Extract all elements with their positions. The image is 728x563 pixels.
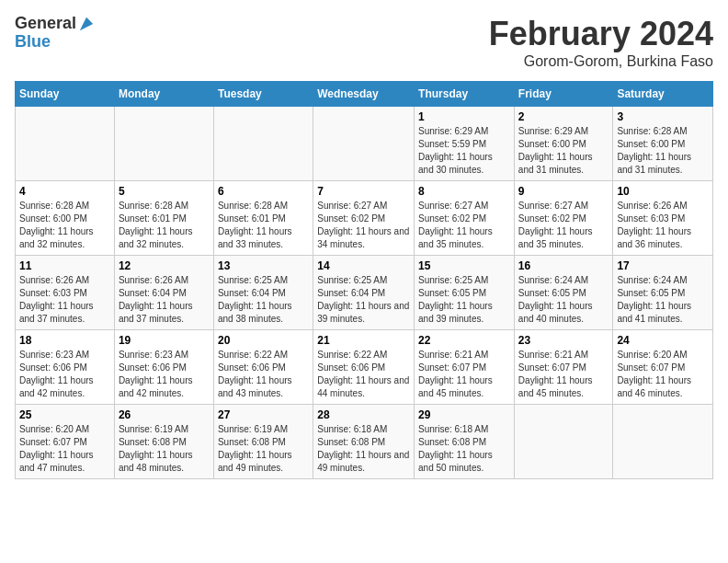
column-header-tuesday: Tuesday bbox=[213, 82, 313, 107]
day-detail: Sunrise: 6:28 AMSunset: 6:01 PMDaylight:… bbox=[218, 200, 309, 251]
title-block: February 2024 Gorom-Gorom, Burkina Faso bbox=[489, 15, 713, 70]
day-detail: Sunrise: 6:20 AMSunset: 6:07 PMDaylight:… bbox=[19, 423, 110, 475]
day-number: 19 bbox=[119, 334, 210, 347]
day-detail: Sunrise: 6:24 AMSunset: 6:05 PMDaylight:… bbox=[617, 274, 709, 326]
calendar-week-row: 25Sunrise: 6:20 AMSunset: 6:07 PMDayligh… bbox=[16, 405, 713, 479]
day-detail: Sunrise: 6:23 AMSunset: 6:06 PMDaylight:… bbox=[119, 349, 210, 400]
calendar-cell: 2Sunrise: 6:29 AMSunset: 6:00 PMDaylight… bbox=[514, 107, 613, 181]
day-number: 9 bbox=[518, 185, 609, 198]
day-number: 25 bbox=[19, 408, 110, 421]
day-detail: Sunrise: 6:26 AMSunset: 6:04 PMDaylight:… bbox=[119, 274, 210, 326]
calendar-cell: 18Sunrise: 6:23 AMSunset: 6:06 PMDayligh… bbox=[16, 330, 115, 405]
day-number: 11 bbox=[19, 259, 110, 272]
subtitle: Gorom-Gorom, Burkina Faso bbox=[489, 53, 713, 70]
day-detail: Sunrise: 6:25 AMSunset: 6:04 PMDaylight:… bbox=[218, 274, 309, 326]
day-detail: Sunrise: 6:27 AMSunset: 6:02 PMDaylight:… bbox=[418, 200, 510, 251]
column-header-wednesday: Wednesday bbox=[313, 82, 415, 107]
calendar-cell: 1Sunrise: 6:29 AMSunset: 5:59 PMDaylight… bbox=[415, 107, 515, 181]
calendar-cell: 4Sunrise: 6:28 AMSunset: 6:00 PMDaylight… bbox=[16, 181, 115, 256]
day-detail: Sunrise: 6:27 AMSunset: 6:02 PMDaylight:… bbox=[518, 200, 609, 251]
calendar-cell: 29Sunrise: 6:18 AMSunset: 6:08 PMDayligh… bbox=[415, 405, 515, 479]
calendar-cell: 22Sunrise: 6:21 AMSunset: 6:07 PMDayligh… bbox=[415, 330, 515, 405]
day-number: 15 bbox=[418, 259, 510, 272]
calendar-week-row: 4Sunrise: 6:28 AMSunset: 6:00 PMDaylight… bbox=[16, 181, 713, 256]
day-number: 29 bbox=[418, 408, 510, 421]
calendar-cell bbox=[213, 107, 313, 181]
day-number: 26 bbox=[119, 408, 210, 421]
calendar-cell: 15Sunrise: 6:25 AMSunset: 6:05 PMDayligh… bbox=[415, 256, 515, 330]
day-number: 12 bbox=[119, 259, 210, 272]
day-number: 23 bbox=[518, 334, 609, 347]
day-number: 28 bbox=[317, 408, 410, 421]
calendar-cell: 25Sunrise: 6:20 AMSunset: 6:07 PMDayligh… bbox=[16, 405, 115, 479]
day-detail: Sunrise: 6:18 AMSunset: 6:08 PMDaylight:… bbox=[418, 423, 510, 475]
day-number: 3 bbox=[617, 110, 709, 123]
calendar-cell: 20Sunrise: 6:22 AMSunset: 6:06 PMDayligh… bbox=[213, 330, 313, 405]
day-number: 21 bbox=[317, 334, 410, 347]
day-number: 4 bbox=[19, 185, 110, 198]
calendar-cell: 21Sunrise: 6:22 AMSunset: 6:06 PMDayligh… bbox=[313, 330, 415, 405]
column-header-monday: Monday bbox=[114, 82, 213, 107]
day-detail: Sunrise: 6:28 AMSunset: 6:00 PMDaylight:… bbox=[617, 125, 709, 177]
calendar-cell: 26Sunrise: 6:19 AMSunset: 6:08 PMDayligh… bbox=[114, 405, 213, 479]
calendar-cell: 8Sunrise: 6:27 AMSunset: 6:02 PMDaylight… bbox=[415, 181, 515, 256]
day-detail: Sunrise: 6:28 AMSunset: 6:01 PMDaylight:… bbox=[119, 200, 210, 251]
day-detail: Sunrise: 6:19 AMSunset: 6:08 PMDaylight:… bbox=[119, 423, 210, 475]
day-number: 14 bbox=[317, 259, 410, 272]
calendar-cell: 23Sunrise: 6:21 AMSunset: 6:07 PMDayligh… bbox=[514, 330, 613, 405]
logo-blue-text: Blue bbox=[15, 33, 95, 52]
logo-icon bbox=[78, 16, 95, 32]
day-number: 18 bbox=[19, 334, 110, 347]
main-title: February 2024 bbox=[489, 15, 713, 53]
calendar-week-row: 11Sunrise: 6:26 AMSunset: 6:03 PMDayligh… bbox=[16, 256, 713, 330]
day-detail: Sunrise: 6:21 AMSunset: 6:07 PMDaylight:… bbox=[418, 349, 510, 400]
day-number: 8 bbox=[418, 185, 510, 198]
day-number: 6 bbox=[218, 185, 309, 198]
day-number: 2 bbox=[518, 110, 609, 123]
calendar-cell: 13Sunrise: 6:25 AMSunset: 6:04 PMDayligh… bbox=[213, 256, 313, 330]
calendar-cell: 14Sunrise: 6:25 AMSunset: 6:04 PMDayligh… bbox=[313, 256, 415, 330]
day-detail: Sunrise: 6:29 AMSunset: 5:59 PMDaylight:… bbox=[418, 125, 510, 177]
calendar-cell: 9Sunrise: 6:27 AMSunset: 6:02 PMDaylight… bbox=[514, 181, 613, 256]
day-detail: Sunrise: 6:20 AMSunset: 6:07 PMDaylight:… bbox=[617, 349, 709, 400]
day-detail: Sunrise: 6:22 AMSunset: 6:06 PMDaylight:… bbox=[218, 349, 309, 400]
day-number: 22 bbox=[418, 334, 510, 347]
calendar-header-row: SundayMondayTuesdayWednesdayThursdayFrid… bbox=[16, 82, 713, 107]
day-detail: Sunrise: 6:22 AMSunset: 6:06 PMDaylight:… bbox=[317, 349, 410, 400]
page-header: General Blue February 2024 Gorom-Gorom, … bbox=[15, 15, 713, 70]
day-number: 1 bbox=[418, 110, 510, 123]
calendar-cell: 28Sunrise: 6:18 AMSunset: 6:08 PMDayligh… bbox=[313, 405, 415, 479]
column-header-sunday: Sunday bbox=[16, 82, 115, 107]
day-number: 20 bbox=[218, 334, 309, 347]
logo: General Blue bbox=[15, 15, 95, 52]
calendar-table: SundayMondayTuesdayWednesdayThursdayFrid… bbox=[15, 81, 713, 479]
day-number: 5 bbox=[119, 185, 210, 198]
day-number: 17 bbox=[617, 259, 709, 272]
day-number: 13 bbox=[218, 259, 309, 272]
day-detail: Sunrise: 6:21 AMSunset: 6:07 PMDaylight:… bbox=[518, 349, 609, 400]
calendar-week-row: 18Sunrise: 6:23 AMSunset: 6:06 PMDayligh… bbox=[16, 330, 713, 405]
day-detail: Sunrise: 6:19 AMSunset: 6:08 PMDaylight:… bbox=[218, 423, 309, 475]
column-header-thursday: Thursday bbox=[415, 82, 515, 107]
day-detail: Sunrise: 6:26 AMSunset: 6:03 PMDaylight:… bbox=[617, 200, 709, 251]
calendar-cell: 17Sunrise: 6:24 AMSunset: 6:05 PMDayligh… bbox=[613, 256, 713, 330]
column-header-friday: Friday bbox=[514, 82, 613, 107]
calendar-cell: 10Sunrise: 6:26 AMSunset: 6:03 PMDayligh… bbox=[613, 181, 713, 256]
column-header-saturday: Saturday bbox=[613, 82, 713, 107]
day-detail: Sunrise: 6:29 AMSunset: 6:00 PMDaylight:… bbox=[518, 125, 609, 177]
svg-marker-0 bbox=[80, 17, 93, 30]
calendar-cell: 27Sunrise: 6:19 AMSunset: 6:08 PMDayligh… bbox=[213, 405, 313, 479]
calendar-cell: 11Sunrise: 6:26 AMSunset: 6:03 PMDayligh… bbox=[16, 256, 115, 330]
day-detail: Sunrise: 6:24 AMSunset: 6:05 PMDaylight:… bbox=[518, 274, 609, 326]
calendar-cell bbox=[313, 107, 415, 181]
day-detail: Sunrise: 6:18 AMSunset: 6:08 PMDaylight:… bbox=[317, 423, 410, 475]
calendar-cell: 7Sunrise: 6:27 AMSunset: 6:02 PMDaylight… bbox=[313, 181, 415, 256]
calendar-cell: 16Sunrise: 6:24 AMSunset: 6:05 PMDayligh… bbox=[514, 256, 613, 330]
logo-general-text: General bbox=[15, 15, 76, 33]
day-detail: Sunrise: 6:26 AMSunset: 6:03 PMDaylight:… bbox=[19, 274, 110, 326]
day-number: 7 bbox=[317, 185, 410, 198]
calendar-cell: 24Sunrise: 6:20 AMSunset: 6:07 PMDayligh… bbox=[613, 330, 713, 405]
calendar-cell: 6Sunrise: 6:28 AMSunset: 6:01 PMDaylight… bbox=[213, 181, 313, 256]
calendar-cell: 12Sunrise: 6:26 AMSunset: 6:04 PMDayligh… bbox=[114, 256, 213, 330]
day-detail: Sunrise: 6:23 AMSunset: 6:06 PMDaylight:… bbox=[19, 349, 110, 400]
